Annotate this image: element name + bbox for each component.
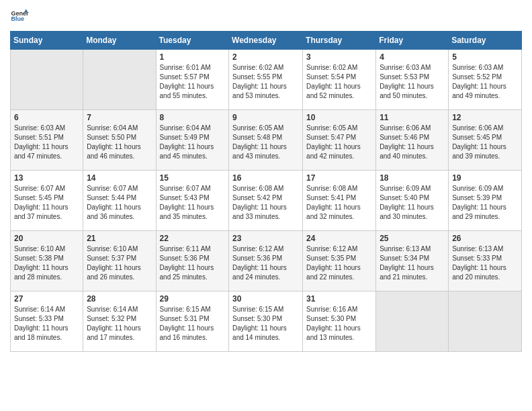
day-number: 7 (87, 113, 152, 122)
day-number: 11 (380, 113, 445, 122)
day-info: Sunrise: 6:10 AMSunset: 5:37 PMDaylight:… (87, 244, 152, 282)
day-of-week-header: Saturday (449, 32, 522, 50)
day-number: 20 (14, 234, 79, 243)
day-info: Sunrise: 6:02 AMSunset: 5:55 PMDaylight:… (232, 63, 299, 101)
calendar-week-row: 13Sunrise: 6:07 AMSunset: 5:45 PMDayligh… (11, 171, 522, 231)
day-info: Sunrise: 6:01 AMSunset: 5:57 PMDaylight:… (160, 63, 226, 101)
day-number: 5 (452, 52, 518, 62)
day-number: 23 (232, 234, 299, 243)
day-number: 9 (232, 113, 299, 122)
svg-text:Blue: Blue (11, 15, 24, 22)
calendar-cell: 9Sunrise: 6:05 AMSunset: 5:48 PMDaylight… (229, 110, 303, 171)
calendar-cell: 27Sunrise: 6:14 AMSunset: 5:33 PMDayligh… (11, 291, 83, 352)
day-info: Sunrise: 6:12 AMSunset: 5:35 PMDaylight:… (306, 244, 372, 282)
day-number: 15 (160, 173, 226, 183)
calendar-cell: 25Sunrise: 6:13 AMSunset: 5:34 PMDayligh… (376, 231, 449, 291)
calendar-cell: 7Sunrise: 6:04 AMSunset: 5:50 PMDaylight… (83, 110, 156, 171)
day-info: Sunrise: 6:15 AMSunset: 5:30 PMDaylight:… (232, 305, 299, 342)
day-info: Sunrise: 6:12 AMSunset: 5:36 PMDaylight:… (232, 244, 299, 282)
day-number: 13 (14, 173, 79, 183)
calendar-cell (83, 50, 156, 110)
calendar-week-row: 1Sunrise: 6:01 AMSunset: 5:57 PMDaylight… (11, 50, 522, 110)
day-number: 14 (87, 173, 152, 183)
day-number: 29 (160, 294, 226, 304)
calendar-cell (11, 50, 83, 110)
calendar-cell: 26Sunrise: 6:13 AMSunset: 5:33 PMDayligh… (449, 231, 522, 291)
day-number: 19 (452, 173, 518, 183)
day-info: Sunrise: 6:08 AMSunset: 5:42 PMDaylight:… (232, 184, 299, 222)
day-number: 24 (306, 234, 372, 243)
calendar-cell: 16Sunrise: 6:08 AMSunset: 5:42 PMDayligh… (229, 171, 303, 231)
day-info: Sunrise: 6:05 AMSunset: 5:48 PMDaylight:… (232, 124, 299, 161)
day-info: Sunrise: 6:06 AMSunset: 5:45 PMDaylight:… (452, 124, 518, 161)
calendar-cell: 24Sunrise: 6:12 AMSunset: 5:35 PMDayligh… (303, 231, 376, 291)
day-info: Sunrise: 6:07 AMSunset: 5:44 PMDaylight:… (87, 184, 152, 222)
day-info: Sunrise: 6:03 AMSunset: 5:52 PMDaylight:… (452, 63, 518, 101)
day-of-week-header: Friday (376, 32, 449, 50)
day-info: Sunrise: 6:13 AMSunset: 5:33 PMDaylight:… (452, 244, 518, 282)
day-number: 31 (306, 294, 372, 304)
calendar-week-row: 20Sunrise: 6:10 AMSunset: 5:38 PMDayligh… (11, 231, 522, 291)
day-number: 28 (87, 294, 152, 304)
day-of-week-header: Wednesday (229, 32, 303, 50)
day-info: Sunrise: 6:13 AMSunset: 5:34 PMDaylight:… (380, 244, 445, 282)
day-info: Sunrise: 6:06 AMSunset: 5:46 PMDaylight:… (380, 124, 445, 161)
calendar-cell: 23Sunrise: 6:12 AMSunset: 5:36 PMDayligh… (229, 231, 303, 291)
calendar-cell: 8Sunrise: 6:04 AMSunset: 5:49 PMDaylight… (156, 110, 229, 171)
calendar-cell: 13Sunrise: 6:07 AMSunset: 5:45 PMDayligh… (11, 171, 83, 231)
calendar-cell: 2Sunrise: 6:02 AMSunset: 5:55 PMDaylight… (229, 50, 303, 110)
day-info: Sunrise: 6:03 AMSunset: 5:53 PMDaylight:… (380, 63, 445, 101)
day-number: 25 (380, 234, 445, 243)
calendar-cell: 21Sunrise: 6:10 AMSunset: 5:37 PMDayligh… (83, 231, 156, 291)
calendar-cell: 11Sunrise: 6:06 AMSunset: 5:46 PMDayligh… (376, 110, 449, 171)
day-number: 4 (380, 52, 445, 62)
calendar-cell: 10Sunrise: 6:05 AMSunset: 5:47 PMDayligh… (303, 110, 376, 171)
calendar-cell: 17Sunrise: 6:08 AMSunset: 5:41 PMDayligh… (303, 171, 376, 231)
day-of-week-header: Thursday (303, 32, 376, 50)
day-number: 8 (160, 113, 226, 122)
logo: General Blue (10, 7, 32, 26)
calendar-cell: 22Sunrise: 6:11 AMSunset: 5:36 PMDayligh… (156, 231, 229, 291)
calendar-cell: 4Sunrise: 6:03 AMSunset: 5:53 PMDaylight… (376, 50, 449, 110)
day-number: 1 (160, 52, 226, 62)
calendar-table: SundayMondayTuesdayWednesdayThursdayFrid… (10, 31, 522, 352)
day-number: 27 (14, 294, 79, 304)
day-number: 16 (232, 173, 299, 183)
day-number: 3 (306, 52, 372, 62)
calendar-cell: 30Sunrise: 6:15 AMSunset: 5:30 PMDayligh… (229, 291, 303, 352)
day-of-week-header: Tuesday (156, 32, 229, 50)
calendar-cell: 1Sunrise: 6:01 AMSunset: 5:57 PMDaylight… (156, 50, 229, 110)
day-number: 30 (232, 294, 299, 304)
day-info: Sunrise: 6:08 AMSunset: 5:41 PMDaylight:… (306, 184, 372, 222)
calendar-cell: 14Sunrise: 6:07 AMSunset: 5:44 PMDayligh… (83, 171, 156, 231)
day-info: Sunrise: 6:09 AMSunset: 5:39 PMDaylight:… (452, 184, 518, 222)
day-info: Sunrise: 6:07 AMSunset: 5:43 PMDaylight:… (160, 184, 226, 222)
calendar-cell (449, 291, 522, 352)
day-info: Sunrise: 6:16 AMSunset: 5:30 PMDaylight:… (306, 305, 372, 342)
calendar-cell (376, 291, 449, 352)
day-info: Sunrise: 6:02 AMSunset: 5:54 PMDaylight:… (306, 63, 372, 101)
calendar-week-row: 27Sunrise: 6:14 AMSunset: 5:33 PMDayligh… (11, 291, 522, 352)
calendar-week-row: 6Sunrise: 6:03 AMSunset: 5:51 PMDaylight… (11, 110, 522, 171)
calendar-cell: 28Sunrise: 6:14 AMSunset: 5:32 PMDayligh… (83, 291, 156, 352)
calendar-cell: 31Sunrise: 6:16 AMSunset: 5:30 PMDayligh… (303, 291, 376, 352)
calendar-cell: 15Sunrise: 6:07 AMSunset: 5:43 PMDayligh… (156, 171, 229, 231)
day-info: Sunrise: 6:04 AMSunset: 5:49 PMDaylight:… (160, 124, 226, 161)
calendar-cell: 6Sunrise: 6:03 AMSunset: 5:51 PMDaylight… (11, 110, 83, 171)
calendar-cell: 5Sunrise: 6:03 AMSunset: 5:52 PMDaylight… (449, 50, 522, 110)
day-of-week-header: Sunday (11, 32, 83, 50)
day-info: Sunrise: 6:10 AMSunset: 5:38 PMDaylight:… (14, 244, 79, 282)
day-number: 12 (452, 113, 518, 122)
day-info: Sunrise: 6:04 AMSunset: 5:50 PMDaylight:… (87, 124, 152, 161)
calendar-body: 1Sunrise: 6:01 AMSunset: 5:57 PMDaylight… (11, 50, 522, 352)
day-number: 22 (160, 234, 226, 243)
day-info: Sunrise: 6:14 AMSunset: 5:33 PMDaylight:… (14, 305, 79, 342)
calendar-header: SundayMondayTuesdayWednesdayThursdayFrid… (11, 32, 522, 50)
day-info: Sunrise: 6:15 AMSunset: 5:31 PMDaylight:… (160, 305, 226, 342)
day-info: Sunrise: 6:11 AMSunset: 5:36 PMDaylight:… (160, 244, 226, 282)
calendar-cell: 20Sunrise: 6:10 AMSunset: 5:38 PMDayligh… (11, 231, 83, 291)
calendar-cell: 29Sunrise: 6:15 AMSunset: 5:31 PMDayligh… (156, 291, 229, 352)
calendar-cell: 19Sunrise: 6:09 AMSunset: 5:39 PMDayligh… (449, 171, 522, 231)
calendar-cell: 3Sunrise: 6:02 AMSunset: 5:54 PMDaylight… (303, 50, 376, 110)
logo-icon: General Blue (10, 7, 29, 26)
